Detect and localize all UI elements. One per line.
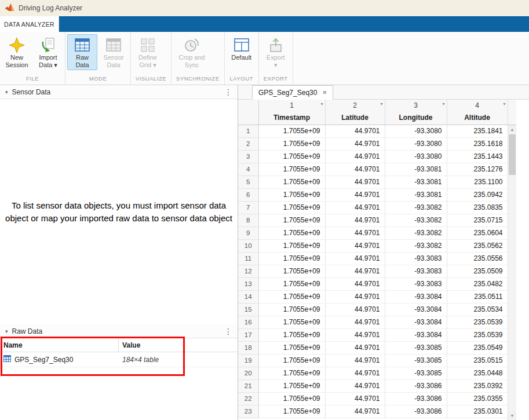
row-number[interactable]: 8: [238, 214, 258, 227]
table-row[interactable]: 231.7055e+0944.9701-93.3086235.0301: [238, 405, 508, 418]
table-cell[interactable]: 1.7055e+09: [258, 163, 325, 176]
row-number[interactable]: 19: [238, 354, 258, 367]
table-cell[interactable]: -93.3082: [385, 214, 447, 227]
table-cell[interactable]: 235.0562: [447, 239, 508, 252]
table-row[interactable]: 151.7055e+0944.9701-93.3084235.0534: [238, 303, 508, 316]
row-number[interactable]: 14: [238, 290, 258, 303]
table-cell[interactable]: 235.0355: [447, 392, 508, 405]
table-cell[interactable]: -93.3086: [385, 405, 447, 418]
row-number[interactable]: 9: [238, 227, 258, 239]
table-cell[interactable]: 235.1276: [447, 163, 508, 176]
table-cell[interactable]: 1.7055e+09: [258, 303, 325, 316]
close-icon[interactable]: ×: [322, 89, 327, 96]
table-cell[interactable]: 1.7055e+09: [258, 252, 325, 265]
table-cell[interactable]: 44.9701: [325, 405, 385, 418]
panel-menu-icon[interactable]: ⋮: [224, 327, 232, 335]
table-row[interactable]: 81.7055e+0944.9701-93.3082235.0715: [238, 214, 508, 227]
table-cell[interactable]: -93.3083: [385, 265, 447, 277]
column-name-altitude[interactable]: Altitude: [447, 111, 508, 125]
table-cell[interactable]: 44.9701: [325, 341, 385, 354]
column-dropdown-icon[interactable]: ▾: [503, 101, 505, 107]
table-cell[interactable]: 235.0482: [447, 277, 508, 290]
row-number[interactable]: 13: [238, 277, 258, 290]
document-tab-gps[interactable]: GPS_Seg7_Seq30 ×: [252, 85, 333, 100]
table-cell[interactable]: 44.9701: [325, 125, 385, 137]
table-cell[interactable]: -93.3080: [385, 150, 447, 163]
table-cell[interactable]: 235.0509: [447, 265, 508, 277]
table-cell[interactable]: 44.9701: [325, 137, 385, 150]
table-cell[interactable]: 1.7055e+09: [258, 239, 325, 252]
table-cell[interactable]: 235.0942: [447, 188, 508, 201]
raw-data-column-name[interactable]: Name: [0, 338, 119, 352]
row-number[interactable]: 7: [238, 201, 258, 214]
row-number[interactable]: 6: [238, 188, 258, 201]
table-cell[interactable]: 1.7055e+09: [258, 392, 325, 405]
table-cell[interactable]: -93.3082: [385, 227, 447, 239]
table-cell[interactable]: 235.0448: [447, 367, 508, 379]
table-row[interactable]: 71.7055e+0944.9701-93.3082235.0835: [238, 201, 508, 214]
table-row[interactable]: 141.7055e+0944.9701-93.3084235.0511: [238, 290, 508, 303]
table-cell[interactable]: 44.9701: [325, 354, 385, 367]
row-number[interactable]: 22: [238, 392, 258, 405]
table-cell[interactable]: -93.3082: [385, 239, 447, 252]
table-cell[interactable]: 44.9701: [325, 201, 385, 214]
table-cell[interactable]: -93.3083: [385, 277, 447, 290]
table-cell[interactable]: -93.3085: [385, 341, 447, 354]
table-cell[interactable]: 1.7055e+09: [258, 227, 325, 239]
table-cell[interactable]: -93.3084: [385, 328, 447, 341]
table-cell[interactable]: 1.7055e+09: [258, 354, 325, 367]
new-session-button[interactable]: New Session: [2, 34, 32, 70]
scrollbar-down-icon[interactable]: ▼: [508, 411, 516, 420]
define-grid-button[interactable]: Define Grid ▾: [133, 34, 163, 70]
table-cell[interactable]: 44.9701: [325, 252, 385, 265]
table-row[interactable]: 201.7055e+0944.9701-93.3085235.0448: [238, 367, 508, 379]
table-cell[interactable]: 44.9701: [325, 328, 385, 341]
table-cell[interactable]: 1.7055e+09: [258, 379, 325, 392]
column-dropdown-icon[interactable]: ▾: [320, 101, 323, 107]
column-name-longitude[interactable]: Longitude: [385, 111, 447, 125]
table-cell[interactable]: 235.1443: [447, 150, 508, 163]
scrollbar-up-icon[interactable]: ▲: [508, 125, 516, 134]
table-cell[interactable]: 44.9701: [325, 214, 385, 227]
table-cell[interactable]: 44.9701: [325, 303, 385, 316]
table-row[interactable]: 161.7055e+0944.9701-93.3084235.0539: [238, 316, 508, 328]
column-header-1[interactable]: 1▾: [258, 100, 325, 111]
raw-data-button[interactable]: Raw Data: [67, 34, 97, 70]
table-cell[interactable]: 1.7055e+09: [258, 367, 325, 379]
table-cell[interactable]: 1.7055e+09: [258, 316, 325, 328]
table-cell[interactable]: 1.7055e+09: [258, 150, 325, 163]
table-cell[interactable]: 1.7055e+09: [258, 125, 325, 137]
table-cell[interactable]: 235.0515: [447, 354, 508, 367]
table-row[interactable]: 211.7055e+0944.9701-93.3086235.0392: [238, 379, 508, 392]
table-cell[interactable]: -93.3084: [385, 303, 447, 316]
table-row[interactable]: 41.7055e+0944.9701-93.3081235.1276: [238, 163, 508, 176]
table-cell[interactable]: 235.0539: [447, 328, 508, 341]
row-number[interactable]: 18: [238, 341, 258, 354]
table-row[interactable]: 111.7055e+0944.9701-93.3083235.0556: [238, 252, 508, 265]
table-cell[interactable]: -93.3080: [385, 125, 447, 137]
table-cell[interactable]: -93.3084: [385, 316, 447, 328]
column-dropdown-icon[interactable]: ▾: [380, 101, 382, 107]
table-row[interactable]: 191.7055e+0944.9701-93.3085235.0515: [238, 354, 508, 367]
table-row[interactable]: 171.7055e+0944.9701-93.3084235.0539: [238, 328, 508, 341]
table-cell[interactable]: 235.0835: [447, 201, 508, 214]
table-cell[interactable]: 1.7055e+09: [258, 328, 325, 341]
row-number[interactable]: 20: [238, 367, 258, 379]
table-cell[interactable]: 44.9701: [325, 163, 385, 176]
column-header-3[interactable]: 3▾: [385, 100, 447, 111]
table-cell[interactable]: 1.7055e+09: [258, 277, 325, 290]
table-cell[interactable]: 235.0539: [447, 316, 508, 328]
table-cell[interactable]: 235.1841: [447, 125, 508, 137]
table-row[interactable]: 11.7055e+0944.9701-93.3080235.1841: [238, 125, 508, 137]
row-number[interactable]: 17: [238, 328, 258, 341]
row-number[interactable]: 12: [238, 265, 258, 277]
row-number[interactable]: 16: [238, 316, 258, 328]
table-cell[interactable]: 235.0549: [447, 341, 508, 354]
table-row[interactable]: 131.7055e+0944.9701-93.3083235.0482: [238, 277, 508, 290]
table-cell[interactable]: -93.3085: [385, 354, 447, 367]
table-cell[interactable]: -93.3086: [385, 379, 447, 392]
row-number[interactable]: 10: [238, 239, 258, 252]
table-cell[interactable]: 1.7055e+09: [258, 137, 325, 150]
table-cell[interactable]: 44.9701: [325, 176, 385, 188]
collapse-arrow-icon[interactable]: ▾: [5, 328, 8, 334]
